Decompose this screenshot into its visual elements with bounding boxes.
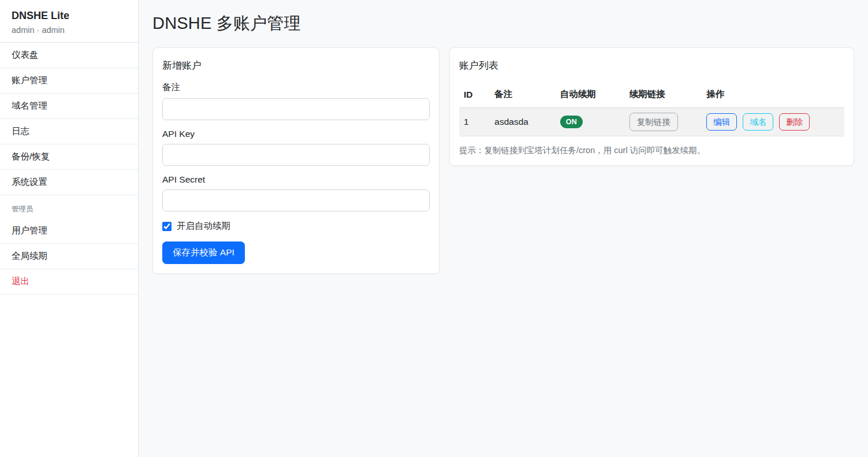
domains-button[interactable]: 域名 (743, 113, 773, 131)
cell-remark: asdasda (490, 108, 555, 136)
add-account-card-title: 新增账户 (162, 59, 430, 72)
brand-block: DNSHE Lite admin · admin (0, 0, 138, 43)
edit-button[interactable]: 编辑 (706, 113, 737, 131)
sidebar-admin-section-label: 管理员 (0, 203, 138, 218)
col-header-auto-renew: 自动续期 (556, 81, 625, 108)
main-content: DNSHE 多账户管理 新增账户 备注 API Key API Secret 开… (139, 0, 868, 457)
remark-label: 备注 (162, 81, 430, 94)
sidebar-admin-section: 管理员 用户管理 (0, 203, 138, 244)
copy-link-button[interactable]: 复制链接 (629, 113, 678, 131)
cell-auto-renew: ON (556, 108, 625, 136)
col-header-remark: 备注 (490, 81, 555, 108)
col-header-renew-link: 续期链接 (625, 81, 702, 108)
sidebar-item-settings[interactable]: 系统设置 (0, 170, 138, 195)
save-verify-api-button[interactable]: 保存并校验 API (162, 241, 245, 264)
page-title: DNSHE 多账户管理 (152, 12, 854, 35)
brand-title: DNSHE Lite (12, 10, 126, 22)
account-list-card-title: 账户列表 (459, 59, 844, 72)
col-header-id: ID (459, 81, 490, 108)
auto-renew-check-row: 开启自动续期 (162, 220, 430, 232)
api-key-label: API Key (162, 129, 430, 139)
auto-renew-checkbox-label: 开启自动续期 (177, 220, 230, 232)
cell-id: 1 (459, 108, 490, 136)
sidebar-item-global-renew[interactable]: 全局续期 (0, 244, 138, 269)
sidebar-item-dashboard[interactable]: 仪表盘 (0, 43, 138, 68)
delete-button[interactable]: 删除 (779, 113, 810, 131)
api-secret-input[interactable] (162, 190, 430, 211)
add-account-card: 新增账户 备注 API Key API Secret 开启自动续期 保存并校验 … (152, 47, 439, 274)
sidebar-item-logs[interactable]: 日志 (0, 119, 138, 144)
auto-renew-checkbox[interactable] (162, 222, 172, 231)
col-header-actions: 操作 (702, 81, 844, 108)
accounts-table: ID 备注 自动续期 续期链接 操作 1 asdasda ON (459, 81, 844, 136)
table-header-row: ID 备注 自动续期 续期链接 操作 (459, 81, 844, 108)
sidebar: DNSHE Lite admin · admin 仪表盘 账户管理 域名管理 日… (0, 0, 139, 457)
brand-user: admin · admin (12, 25, 126, 35)
sidebar-item-logout[interactable]: 退出 (0, 269, 138, 295)
cards-row: 新增账户 备注 API Key API Secret 开启自动续期 保存并校验 … (152, 47, 854, 274)
cell-actions: 编辑 域名 删除 (702, 108, 844, 136)
cron-hint-text: 提示：复制链接到宝塔计划任务/cron，用 curl 访问即可触发续期。 (459, 145, 844, 156)
account-list-card: 账户列表 ID 备注 自动续期 续期链接 操作 1 (449, 47, 854, 166)
sidebar-item-domains[interactable]: 域名管理 (0, 94, 138, 119)
sidebar-item-accounts[interactable]: 账户管理 (0, 68, 138, 94)
api-secret-label: API Secret (162, 174, 430, 185)
cell-renew-link: 复制链接 (625, 108, 702, 136)
api-key-input[interactable] (162, 144, 430, 166)
sidebar-item-backup-restore[interactable]: 备份/恢复 (0, 144, 138, 170)
remark-input[interactable] (162, 98, 430, 120)
table-row: 1 asdasda ON 复制链接 编辑 域名 删除 (459, 108, 844, 136)
auto-renew-on-badge: ON (560, 116, 583, 128)
sidebar-item-users[interactable]: 用户管理 (0, 218, 138, 244)
